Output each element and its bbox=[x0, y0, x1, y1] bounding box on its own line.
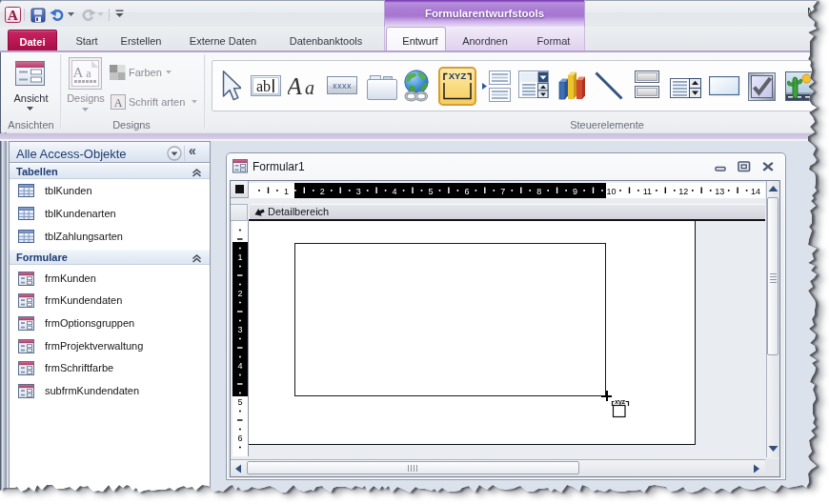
svg-text:10: 10 bbox=[606, 187, 616, 196]
svg-text:ab: ab bbox=[256, 78, 271, 94]
svg-text:a: a bbox=[305, 77, 314, 96]
svg-text:2: 2 bbox=[320, 187, 325, 196]
svg-text:6: 6 bbox=[237, 433, 242, 443]
svg-text:14: 14 bbox=[751, 187, 760, 196]
svg-text:8: 8 bbox=[536, 187, 541, 196]
svg-text:xyz: xyz bbox=[615, 398, 625, 406]
svg-text:5: 5 bbox=[428, 187, 433, 196]
svg-text:XYZ: XYZ bbox=[449, 71, 467, 81]
svg-text:1: 1 bbox=[237, 252, 242, 262]
svg-text:12: 12 bbox=[678, 187, 688, 196]
svg-text:3: 3 bbox=[356, 187, 361, 196]
svg-text:xxxx: xxxx bbox=[333, 81, 352, 91]
svg-text:6: 6 bbox=[464, 187, 469, 196]
svg-text:13: 13 bbox=[715, 187, 724, 196]
svg-text:4: 4 bbox=[237, 361, 242, 371]
svg-text:4: 4 bbox=[393, 187, 397, 196]
svg-text:7: 7 bbox=[500, 187, 505, 196]
svg-text:11: 11 bbox=[643, 187, 652, 196]
svg-text:A: A bbox=[288, 75, 302, 96]
svg-text:2: 2 bbox=[237, 289, 242, 298]
svg-text:1: 1 bbox=[284, 187, 289, 196]
svg-text:9: 9 bbox=[573, 187, 577, 196]
svg-text:5: 5 bbox=[237, 397, 242, 407]
svg-text:3: 3 bbox=[237, 325, 242, 334]
